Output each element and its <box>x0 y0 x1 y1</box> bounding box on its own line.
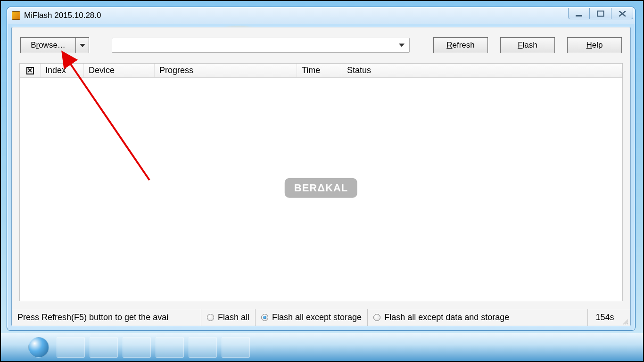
toggle-all-column[interactable]: ✕ <box>20 64 41 77</box>
elapsed-time: 154s <box>588 309 622 326</box>
browse-button[interactable]: Browse… <box>20 37 76 53</box>
maximize-button[interactable] <box>590 8 611 19</box>
svg-rect-1 <box>597 11 603 16</box>
minimize-button[interactable] <box>568 8 590 19</box>
app-window: MiFlash 2015.10.28.0 Browse… <box>7 7 636 331</box>
statusbar: Press Refresh(F5) button to get the avai… <box>12 309 630 326</box>
radio-label: Flash all except storage <box>272 313 362 322</box>
close-button[interactable] <box>611 8 633 19</box>
svg-rect-0 <box>576 15 582 16</box>
radio-icon <box>261 314 268 321</box>
resize-grip-icon[interactable] <box>622 319 630 326</box>
taskbar-item <box>57 337 85 358</box>
list-header: ✕ Index Device Progress Time Status <box>20 64 622 78</box>
taskbar-item <box>90 337 118 358</box>
column-header-device[interactable]: Device <box>84 64 155 77</box>
taskbar <box>0 333 644 362</box>
radio-flash-all[interactable]: Flash all <box>201 309 256 326</box>
help-button[interactable]: Help <box>567 37 622 53</box>
start-orb-icon <box>28 337 49 358</box>
refresh-button[interactable]: Refresh <box>433 37 488 53</box>
watermark-badge: BERΔKAL <box>285 178 357 197</box>
status-hint: Press Refresh(F5) button to get the avai <box>12 309 201 326</box>
x-checkbox-icon: ✕ <box>26 67 34 74</box>
taskbar-item <box>222 337 250 358</box>
chevron-down-icon <box>80 44 85 47</box>
browse-split-button: Browse… <box>20 37 89 53</box>
radio-icon <box>373 314 380 321</box>
titlebar[interactable]: MiFlash 2015.10.28.0 <box>7 7 635 24</box>
taskbar-item <box>156 337 184 358</box>
flash-button[interactable]: Flash <box>500 37 555 53</box>
path-combobox[interactable] <box>112 38 410 53</box>
chevron-down-icon <box>399 44 405 47</box>
maximize-icon <box>597 10 604 17</box>
close-icon <box>619 10 626 17</box>
taskbar-item <box>189 337 217 358</box>
client-area: Browse… Refresh Flash Help <box>11 27 631 326</box>
radio-flash-except-data-storage[interactable]: Flash all except data and storage <box>368 309 588 326</box>
column-header-index[interactable]: Index <box>41 64 84 77</box>
column-header-status[interactable]: Status <box>342 64 622 77</box>
browse-dropdown-button[interactable] <box>76 37 89 53</box>
taskbar-item <box>123 337 151 358</box>
window-controls <box>568 8 633 19</box>
window-title: MiFlash 2015.10.28.0 <box>24 11 101 20</box>
radio-label: Flash all except data and storage <box>384 313 509 322</box>
device-list: ✕ Index Device Progress Time Status BERΔ… <box>19 63 623 301</box>
list-body: BERΔKAL <box>20 78 622 301</box>
app-icon <box>12 11 20 20</box>
column-header-time[interactable]: Time <box>297 64 342 77</box>
toolbar: Browse… Refresh Flash Help <box>12 27 630 57</box>
radio-icon <box>207 314 214 321</box>
radio-flash-except-storage[interactable]: Flash all except storage <box>256 309 368 326</box>
radio-label: Flash all <box>218 313 249 322</box>
minimize-icon <box>575 10 583 17</box>
column-header-progress[interactable]: Progress <box>155 64 297 77</box>
